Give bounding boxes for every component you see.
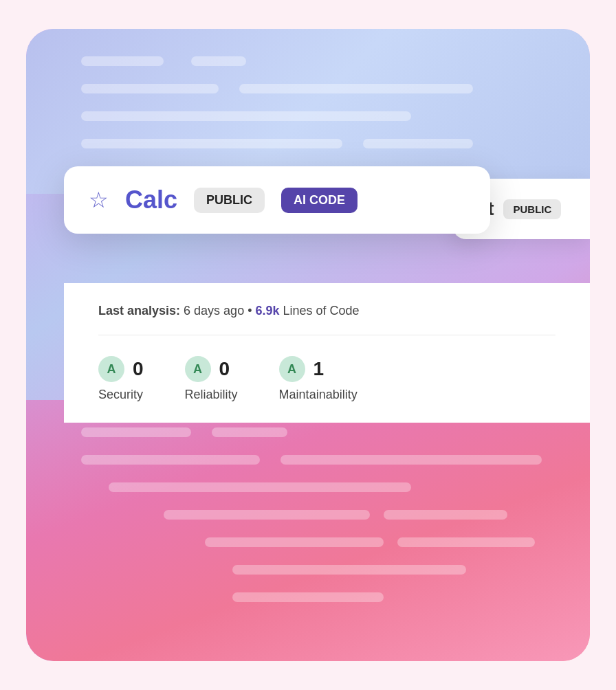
metric-label: Security <box>98 388 143 402</box>
grade-badge: A <box>279 356 305 382</box>
bg-line-top <box>81 111 411 121</box>
bg-bottom-area <box>26 400 590 661</box>
bg-line-bottom <box>397 537 535 547</box>
bg-line-top <box>81 139 342 148</box>
metrics-row: A 0 Security A 0 Reliability A 1 Maintai… <box>98 356 556 402</box>
public-badge: PUBLIC <box>194 188 265 213</box>
metric-top: A 1 <box>279 356 324 382</box>
metric-value: 0 <box>133 358 144 380</box>
bg-line-bottom <box>109 482 411 492</box>
dot-separator: • <box>244 304 255 318</box>
bg-line-bottom <box>212 427 287 437</box>
bg-line-bottom <box>384 510 507 520</box>
bg-line-top <box>81 56 164 66</box>
metric-label: Maintainability <box>279 388 358 402</box>
metric-top: A 0 <box>185 356 230 382</box>
bg-line-bottom <box>164 510 370 520</box>
outer-container: act PUBLIC ☆ Calc PUBLIC AI CODE Last an… <box>26 29 590 661</box>
metric-top: A 0 <box>98 356 144 382</box>
divider <box>98 335 556 335</box>
metric-label: Reliability <box>185 388 238 402</box>
bg-line-top <box>191 56 246 66</box>
grade-badge: A <box>98 356 124 382</box>
last-analysis-label: Last analysis: <box>98 304 180 318</box>
bg-line-top <box>239 84 473 93</box>
ai-code-badge: AI CODE <box>281 188 358 213</box>
bg-line-top <box>81 84 219 93</box>
project-title: Calc <box>125 186 177 214</box>
metric-item: A 0 Reliability <box>185 356 238 402</box>
grade-badge: A <box>185 356 211 382</box>
bg-line-bottom <box>81 455 260 465</box>
bg-line-top <box>363 139 473 148</box>
metric-value: 0 <box>219 358 230 380</box>
metric-value: 1 <box>314 358 324 380</box>
bg-line-bottom <box>205 537 384 547</box>
floating-card: ☆ Calc PUBLIC AI CODE <box>64 166 490 234</box>
star-icon[interactable]: ☆ <box>89 189 109 211</box>
bg-line-bottom <box>232 592 384 602</box>
content-area: Last analysis: 6 days ago • 6.9k Lines o… <box>64 283 590 423</box>
last-analysis-line: Last analysis: 6 days ago • 6.9k Lines o… <box>98 304 556 318</box>
metric-item: A 1 Maintainability <box>279 356 358 402</box>
metric-item: A 0 Security <box>98 356 144 402</box>
lines-label: Lines of Code <box>283 304 360 318</box>
bg-line-bottom <box>81 427 191 437</box>
bg-line-bottom <box>280 455 542 465</box>
bg-card-public-badge: PUBLIC <box>503 199 561 219</box>
last-analysis-time: 6 days ago <box>184 304 244 318</box>
bg-line-bottom <box>232 565 466 575</box>
lines-count: 6.9k <box>255 304 279 318</box>
